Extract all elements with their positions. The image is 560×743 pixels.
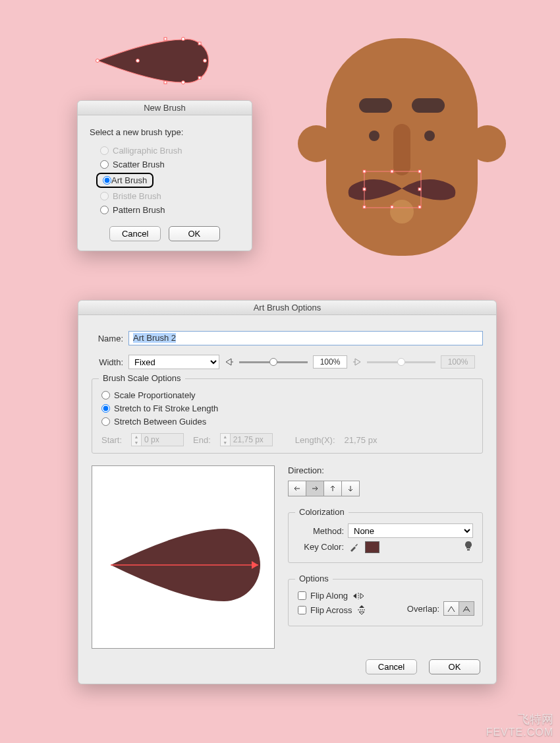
method-select[interactable]: None (348, 523, 473, 538)
canvas-face (280, 18, 524, 262)
radio-bristle: Bristle Brush (90, 189, 240, 203)
name-field[interactable]: Art Brush 2 (128, 331, 483, 345)
direction-label: Direction: (288, 465, 483, 475)
direction-down-button[interactable] (341, 481, 360, 496)
svg-point-17 (390, 200, 414, 223)
radio-scatter-input[interactable] (100, 160, 109, 169)
start-label: Start: (101, 435, 122, 445)
radio-bristle-label: Bristle Brush (113, 191, 161, 201)
radio-pattern[interactable]: Pattern Brush (90, 203, 240, 217)
svg-rect-8 (198, 76, 201, 79)
radio-art-input[interactable] (103, 176, 111, 185)
svg-rect-6 (164, 81, 167, 84)
svg-rect-16 (393, 124, 410, 175)
end-spinner: ▲▼ 21,75 px (220, 433, 273, 446)
options-group: Options Flip Along Flip Across (288, 579, 483, 626)
start-spinner: ▲▼ 0 px (131, 433, 184, 446)
new-brush-dialog: New Brush Select a new brush type: Calli… (77, 100, 252, 251)
new-brush-header: Select a new brush type: (90, 127, 240, 137)
method-label: Method: (298, 526, 344, 536)
abo-title: Art Brush Options (78, 301, 496, 315)
width-left-arrow-icon (225, 357, 234, 367)
radio-scale-guides[interactable]: Stretch Between Guides (101, 417, 473, 427)
width-label: Width: (92, 357, 123, 367)
direction-left-button[interactable] (288, 481, 306, 496)
radio-art-label: Art Brush (111, 175, 147, 185)
length-label: Length(X): (295, 435, 335, 445)
radio-bristle-input (100, 192, 109, 200)
svg-rect-22 (363, 188, 366, 191)
new-brush-cancel-button[interactable]: Cancel (109, 226, 161, 241)
options-legend: Options (295, 574, 333, 583)
art-brush-options-dialog: Art Brush Options Name: Art Brush 2 Widt… (78, 300, 497, 684)
svg-rect-24 (363, 206, 366, 208)
direction-right-button[interactable] (306, 481, 324, 496)
scale-legend: Brush Scale Options (99, 373, 185, 383)
svg-rect-21 (418, 170, 421, 173)
key-color-label: Key Color: (298, 542, 344, 552)
scale-options-group: Brush Scale Options Scale Proportionatel… (92, 378, 483, 454)
svg-point-2 (182, 38, 185, 41)
name-label: Name: (92, 334, 123, 343)
radio-calligraphic: Calligraphic Brush (90, 144, 240, 158)
key-color-swatch[interactable] (365, 541, 379, 553)
svg-point-3 (182, 81, 185, 84)
overlap-mode-2-button[interactable] (459, 601, 474, 616)
radio-scale-prop[interactable]: Scale Proportionately (101, 390, 473, 400)
direction-up-button[interactable] (323, 481, 342, 496)
width-slider-2 (367, 361, 435, 363)
svg-point-0 (96, 59, 99, 63)
svg-point-14 (369, 131, 379, 141)
svg-point-1 (136, 59, 140, 63)
watermark: 飞特网 FEVTE.COM (486, 713, 553, 739)
colorization-group: Colorization Method: None Key Color: (288, 512, 483, 563)
width-right-arrow-icon (352, 357, 362, 367)
overlap-label: Overlap: (407, 604, 439, 614)
new-brush-ok-button[interactable]: OK (169, 226, 220, 241)
svg-rect-12 (359, 98, 392, 113)
abo-ok-button[interactable]: OK (429, 659, 480, 674)
svg-rect-19 (363, 170, 366, 173)
width-mode-select[interactable]: Fixed (128, 355, 219, 369)
eyedropper-icon[interactable] (348, 541, 360, 553)
radio-calligraphic-input (100, 146, 109, 155)
svg-rect-25 (391, 206, 393, 208)
direction-section: Direction: (288, 465, 483, 496)
new-brush-title: New Brush (78, 101, 252, 115)
radio-calligraphic-label: Calligraphic Brush (113, 146, 182, 156)
radio-pattern-label: Pattern Brush (113, 205, 165, 215)
svg-rect-13 (412, 98, 445, 113)
width-value-1[interactable]: 100% (313, 355, 347, 369)
overlap-mode-1-button[interactable] (443, 601, 459, 616)
width-value-2: 100% (441, 355, 475, 369)
length-value: 21,75 px (345, 435, 378, 445)
abo-cancel-button[interactable]: Cancel (366, 659, 417, 674)
svg-rect-23 (418, 188, 421, 191)
radio-scatter[interactable]: Scatter Brush (90, 158, 240, 171)
radio-scatter-label: Scatter Brush (113, 160, 165, 169)
width-slider-1[interactable] (239, 361, 308, 363)
svg-rect-7 (198, 42, 201, 45)
canvas-teardrop (94, 36, 213, 86)
svg-rect-5 (164, 38, 167, 40)
radio-art-highlight[interactable]: Art Brush (96, 173, 154, 188)
brush-preview (92, 465, 275, 649)
flip-across-icon (356, 604, 367, 616)
radio-scale-stretch[interactable]: Stretch to Fit Stroke Length (101, 403, 473, 413)
end-label: End: (193, 435, 211, 445)
flip-along-checkbox[interactable]: Flip Along (298, 591, 473, 601)
svg-point-4 (204, 59, 207, 63)
radio-pattern-input[interactable] (100, 206, 109, 214)
svg-point-15 (424, 131, 435, 141)
colorization-legend: Colorization (295, 507, 349, 517)
flip-along-icon (352, 591, 365, 601)
svg-rect-20 (391, 170, 393, 173)
svg-rect-26 (418, 206, 421, 208)
tips-icon[interactable] (464, 541, 473, 553)
